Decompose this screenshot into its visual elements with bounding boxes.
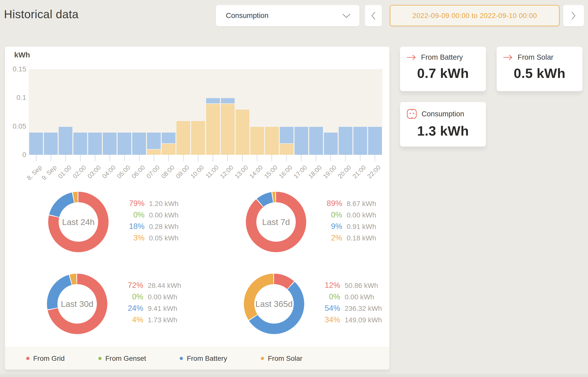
footer-legend-item-from-battery[interactable]: From Battery — [180, 355, 227, 363]
x-tick — [272, 155, 272, 161]
x-tick — [227, 155, 228, 161]
donut-legend-row: 12%50.86 kWh — [317, 281, 382, 292]
x-tick-label: 12:00 — [219, 164, 235, 180]
legend-percent: 79% — [122, 199, 145, 208]
donut-legend-row: 3%0.05 kWh — [122, 233, 178, 245]
y-tick-label: 0 — [5, 151, 26, 159]
chevron-right-icon — [571, 11, 576, 20]
summary-card-value: 1.3 kWh — [407, 123, 479, 139]
donut-legend-row: 0%0.00 kWh — [317, 292, 382, 304]
chevron-left-icon — [371, 11, 376, 20]
x-tick — [286, 155, 287, 161]
x-tick — [213, 155, 213, 161]
x-tick-label: 18:00 — [307, 164, 323, 180]
chart-legend: From GridFrom GensetFrom BatteryFrom Sol… — [5, 347, 389, 370]
legend-dot — [26, 357, 29, 360]
x-tick — [139, 155, 140, 161]
donut-chart: Last 365d — [244, 274, 304, 334]
legend-percent: 89% — [319, 199, 342, 208]
legend-percent: 3% — [122, 233, 145, 242]
footer-legend-item-from-solar[interactable]: From Solar — [261, 355, 302, 363]
legend-value: 0.00 kWh — [345, 293, 374, 301]
prev-range-button[interactable] — [365, 5, 382, 26]
donut-legend-row: 4%1.73 kWh — [120, 315, 181, 327]
legend-value: 9.41 kWh — [148, 305, 177, 313]
x-tick — [375, 155, 375, 161]
donut-hole: Last 365d — [254, 284, 294, 324]
x-tick — [330, 155, 331, 161]
donut-group-last-30d: Last 30d72%28.44 kWh0%0.00 kWh24%9.41 kW… — [47, 274, 181, 334]
legend-dot — [261, 357, 264, 360]
legend-value: 28.44 kWh — [148, 282, 181, 290]
legend-value: 0.91 kWh — [347, 223, 376, 231]
x-tick-label: 15:00 — [263, 164, 279, 180]
donut-legend-row: 18%0.28 kWh — [122, 222, 178, 233]
page-title: Historical data — [4, 7, 79, 21]
footer-legend-item-from-grid[interactable]: From Grid — [26, 355, 65, 363]
x-tick — [183, 155, 184, 161]
legend-label: From Genset — [105, 355, 146, 363]
y-tick-label: 0.1 — [5, 94, 26, 102]
legend-value: 0.00 kWh — [347, 211, 376, 219]
donut-group-last-24h: Last 24h79%1.20 kWh0%0.00 kWh18%0.28 kWh… — [48, 192, 178, 252]
x-axis-labels: 8. Sep9. Sep01:0002:0003:0004:0005:0006:… — [29, 155, 382, 180]
donut-chart: Last 30d — [47, 274, 107, 334]
x-tick-label: 19:00 — [322, 164, 338, 180]
next-range-button[interactable] — [563, 5, 584, 26]
x-tick — [242, 155, 243, 161]
bar-segment-from-battery — [339, 127, 352, 155]
x-tick — [124, 155, 125, 161]
historical-data-page: Historical data Consumption 2022-09-09 0… — [0, 0, 588, 377]
bar-segment-from-solar — [176, 121, 190, 155]
x-tick-label: 9. Sep — [40, 164, 58, 182]
legend-value: 149.09 kWh — [345, 316, 382, 324]
x-tick-label: 05:00 — [116, 164, 132, 180]
bar-segment-from-solar — [250, 127, 264, 155]
bar-segment-from-battery — [280, 127, 294, 144]
donut-period-label: Last 30d — [61, 299, 93, 309]
metric-dropdown[interactable]: Consumption — [216, 5, 359, 26]
bar-segment-from-solar — [221, 104, 235, 155]
donut-legend: 79%1.20 kWh0%0.00 kWh18%0.28 kWh3%0.05 k… — [122, 199, 178, 245]
donut-hole: Last 30d — [57, 284, 97, 324]
x-tick-label: 06:00 — [130, 164, 147, 180]
chevron-down-icon — [342, 13, 351, 18]
legend-percent: 34% — [317, 315, 340, 324]
legend-value: 1.20 kWh — [149, 200, 178, 208]
donut-legend-row: 54%236.32 kWh — [317, 304, 382, 315]
date-range-label: 2022-09-09 00:00 to 2022-09-10 00:00 — [412, 12, 537, 20]
x-tick-label: 03:00 — [86, 164, 102, 180]
x-tick-label: 10:00 — [189, 164, 205, 180]
page-bottom-edge — [0, 374, 588, 377]
summary-card-value: 0.7 kWh — [407, 65, 479, 81]
donut-legend-row: 0%0.00 kWh — [120, 292, 181, 304]
bar-segment-from-battery — [353, 127, 367, 155]
donut-period-label: Last 24h — [62, 217, 95, 227]
donut-chart: Last 7d — [246, 192, 306, 252]
bar-segment-from-battery — [324, 133, 338, 155]
bar-segment-from-battery — [309, 127, 323, 155]
legend-value: 0.18 kWh — [347, 234, 376, 242]
bar-segment-from-solar — [265, 127, 279, 155]
bar-segment-from-solar — [191, 121, 205, 155]
x-tick — [316, 155, 316, 161]
date-range-button[interactable]: 2022-09-09 00:00 to 2022-09-10 00:00 — [390, 5, 560, 26]
legend-value: 0.28 kWh — [149, 223, 178, 231]
x-tick — [257, 155, 257, 161]
x-tick — [301, 155, 301, 161]
donut-group-last-7d: Last 7d89%8.67 kWh0%0.00 kWh9%0.91 kWh2%… — [246, 192, 376, 252]
x-tick-label: 07:00 — [145, 164, 161, 180]
x-tick — [110, 155, 110, 161]
legend-percent: 2% — [319, 233, 342, 242]
x-tick-label: 08:00 — [160, 164, 176, 180]
bar-segment-from-battery — [368, 127, 382, 155]
bar-segment-from-battery — [88, 133, 102, 155]
arrow-right-icon — [407, 54, 417, 61]
legend-value: 0.00 kWh — [148, 293, 177, 301]
history-card: kWh 0.150.10.050 8. Sep9. Sep01:0002:000… — [5, 47, 389, 370]
x-tick-label: 20:00 — [336, 164, 353, 180]
x-tick-label: 16:00 — [278, 164, 294, 180]
bar-segment-from-solar — [280, 144, 294, 155]
footer-legend-item-from-genset[interactable]: From Genset — [98, 355, 146, 363]
x-tick — [95, 155, 95, 161]
